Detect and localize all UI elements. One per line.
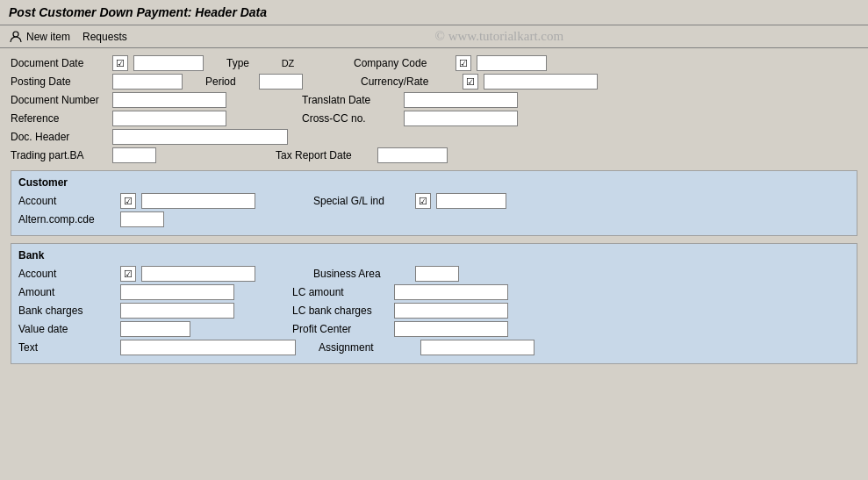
customer-account-input[interactable]: [141, 193, 255, 209]
row-text: Text Assignment: [18, 340, 850, 355]
row-document-date: Document Date ☑ Type DZ Company Code ☑: [11, 55, 857, 71]
toolbar: New item Requests © www.tutorialkart.com: [0, 25, 868, 48]
period-label: Period: [205, 75, 254, 88]
customer-account-checkbox[interactable]: ☑: [120, 193, 136, 209]
doc-header-input[interactable]: [112, 129, 288, 145]
translatn-date-input[interactable]: [404, 92, 518, 108]
customer-section: Customer Account ☑ Special G/L ind ☑ Alt…: [11, 170, 857, 236]
new-item-label: New item: [26, 31, 70, 43]
reference-input[interactable]: [112, 111, 226, 126]
special-gl-input[interactable]: [436, 193, 506, 209]
document-number-input[interactable]: [112, 92, 226, 108]
row-document-number: Document Number Translatn Date: [11, 92, 857, 108]
special-gl-checkbox[interactable]: ☑: [415, 193, 431, 209]
bank-section-title: Bank: [18, 249, 850, 261]
text-input[interactable]: [120, 340, 296, 355]
tax-report-input[interactable]: [377, 147, 448, 163]
company-code-checkbox[interactable]: ☑: [456, 55, 471, 71]
document-date-label: Document Date: [11, 57, 107, 69]
row-amount: Amount LC amount: [18, 284, 850, 300]
assignment-input[interactable]: [420, 340, 534, 355]
currency-rate-checkbox[interactable]: ☑: [463, 74, 478, 90]
row-bank-charges: Bank charges LC bank charges: [18, 303, 850, 319]
bank-section: Bank Account ☑ Business Area Amount LC a…: [11, 243, 857, 364]
row-doc-header: Doc. Header: [11, 129, 857, 145]
altern-comp-input[interactable]: [120, 211, 164, 227]
person-icon: [9, 30, 23, 44]
type-label: Type: [226, 57, 275, 69]
watermark-text: © www.tutorialkart.com: [140, 29, 859, 44]
business-area-label: Business Area: [313, 268, 410, 280]
row-altern-comp: Altern.comp.cde: [18, 211, 850, 227]
profit-center-input[interactable]: [394, 321, 508, 337]
row-trading-part: Trading part.BA Tax Report Date: [11, 147, 857, 163]
bank-account-checkbox[interactable]: ☑: [120, 266, 136, 282]
page-title: Post Customer Down Payment: Header Data: [0, 0, 868, 25]
amount-label: Amount: [18, 286, 115, 298]
text-label: Text: [18, 341, 115, 354]
customer-account-label: Account: [18, 195, 115, 207]
altern-comp-label: Altern.comp.cde: [18, 213, 115, 226]
currency-rate-label: Currency/Rate: [361, 75, 457, 88]
lc-amount-label: LC amount: [292, 286, 389, 298]
new-item-button[interactable]: New item: [9, 30, 70, 44]
requests-label: Requests: [82, 31, 127, 43]
bank-charges-input[interactable]: [120, 303, 234, 319]
assignment-label: Assignment: [319, 341, 415, 354]
trading-part-input[interactable]: [112, 147, 156, 163]
row-customer-account: Account ☑ Special G/L ind ☑: [18, 193, 850, 209]
profit-center-label: Profit Center: [292, 323, 389, 335]
value-date-input[interactable]: [120, 321, 190, 337]
bank-charges-label: Bank charges: [18, 304, 115, 317]
posting-date-input[interactable]: 10.09.2018: [112, 74, 183, 90]
row-posting-date: Posting Date 10.09.2018 Period Currency/…: [11, 74, 857, 90]
document-date-input[interactable]: [133, 55, 204, 71]
lc-bank-charges-input[interactable]: [394, 303, 508, 319]
special-gl-label: Special G/L ind: [313, 195, 410, 207]
doc-header-label: Doc. Header: [11, 131, 107, 143]
cross-cc-input[interactable]: [404, 111, 518, 126]
company-code-input[interactable]: [477, 55, 547, 71]
document-number-label: Document Number: [11, 94, 107, 106]
company-code-label: Company Code: [354, 57, 450, 69]
type-checkbox: DZ: [280, 55, 296, 71]
currency-rate-input[interactable]: [484, 74, 598, 90]
row-bank-account: Account ☑ Business Area: [18, 266, 850, 282]
main-form: Document Date ☑ Type DZ Company Code ☑ P…: [0, 48, 868, 378]
period-input[interactable]: [259, 74, 303, 90]
lc-amount-input[interactable]: [394, 284, 508, 300]
bank-account-input[interactable]: [141, 266, 255, 282]
requests-button[interactable]: Requests: [82, 31, 127, 43]
row-reference: Reference Cross-CC no.: [11, 111, 857, 126]
business-area-input[interactable]: [415, 266, 459, 282]
tax-report-label: Tax Report Date: [276, 149, 372, 161]
svg-point-0: [13, 32, 18, 37]
trading-part-label: Trading part.BA: [11, 149, 107, 161]
lc-bank-charges-label: LC bank charges: [292, 304, 389, 317]
customer-section-title: Customer: [18, 176, 850, 189]
value-date-label: Value date: [18, 323, 115, 335]
bank-account-label: Account: [18, 268, 115, 280]
amount-input[interactable]: [120, 284, 234, 300]
document-date-checkbox[interactable]: ☑: [112, 55, 128, 71]
row-value-date: Value date Profit Center: [18, 321, 850, 337]
reference-label: Reference: [11, 112, 107, 125]
cross-cc-label: Cross-CC no.: [302, 112, 398, 125]
type-value: DZ: [282, 58, 295, 68]
translatn-date-label: Translatn Date: [302, 94, 398, 106]
posting-date-label: Posting Date: [11, 75, 107, 88]
